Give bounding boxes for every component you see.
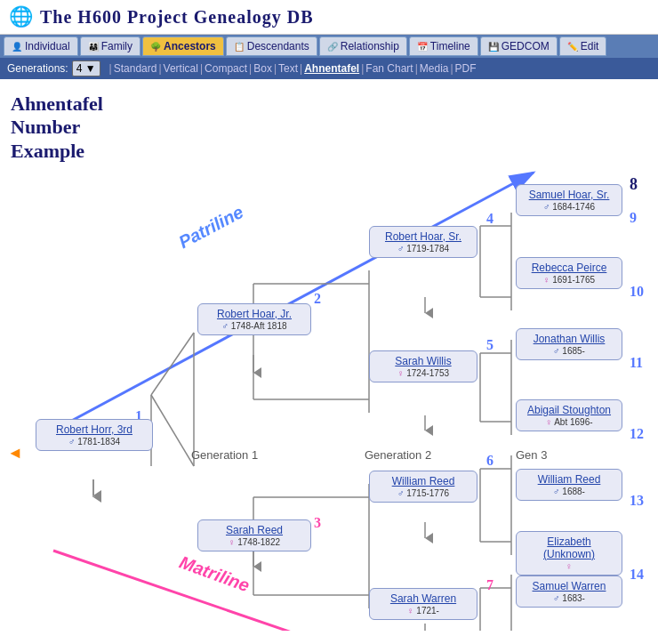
person-p3-dates: 1748-1822: [204, 537, 305, 547]
person-p2-dates: 1748-Aft 1818: [204, 321, 305, 331]
tab-descendants[interactable]: 📋 Descendants: [226, 36, 317, 56]
individual-icon: 👤: [12, 42, 22, 52]
num-11: 11: [630, 355, 643, 371]
person-p11-name: Abigail Stoughton: [522, 404, 616, 416]
person-p7-name: Sarah Warren: [375, 592, 471, 605]
person-p6-dates: 1715-1776: [375, 488, 471, 498]
svg-line-5: [151, 395, 194, 466]
svg-line-4: [151, 333, 194, 395]
timeline-icon: 📅: [417, 42, 428, 52]
num-14: 14: [630, 567, 644, 583]
num-6: 6: [486, 453, 494, 469]
tab-descendants-label: Descendants: [247, 40, 309, 52]
tab-individual[interactable]: 👤 Individual: [4, 36, 78, 56]
gen-label: Generations:: [7, 62, 68, 75]
subnav-text[interactable]: Text: [278, 62, 298, 75]
patriline-label: Patriline: [175, 202, 246, 253]
gen-label-2: Generation 2: [365, 448, 431, 462]
tab-ancestors-label: Ancestors: [164, 40, 216, 52]
subnav-pdf[interactable]: PDF: [455, 62, 477, 75]
person-p13[interactable]: Elizabeth (Unknown): [516, 531, 622, 576]
person-p14-name: Samuel Warren: [522, 580, 616, 592]
tab-relationship-label: Relationship: [341, 40, 399, 52]
subnav-vertical[interactable]: Vertical: [164, 62, 198, 75]
person-p13-name: Elizabeth (Unknown): [522, 535, 616, 560]
person-p10[interactable]: Jonathan Willis 1685-: [516, 328, 622, 360]
num-2: 2: [314, 291, 321, 307]
gen-value[interactable]: 4 ▼: [72, 60, 100, 76]
nav-tabs: 👤 Individual 👨‍👩‍👧 Family 🌳 Ancestors 📋 …: [0, 35, 658, 58]
tab-ancestors[interactable]: 🌳 Ancestors: [142, 36, 224, 56]
person-p3[interactable]: Sarah Reed 1748-1822: [197, 519, 311, 551]
subnav-media[interactable]: Media: [420, 62, 449, 75]
chart-title-line1: Ahnentafel: [11, 93, 103, 116]
person-p5[interactable]: Sarah Willis 1724-1753: [369, 350, 477, 382]
person-p1-dates: 1781-1834: [42, 437, 147, 447]
person-p6[interactable]: William Reed 1715-1776: [369, 471, 477, 503]
person-p14[interactable]: Samuel Warren 1683-: [516, 576, 622, 608]
header: 🌐 The H600 Project Genealogy DB: [0, 0, 658, 35]
person-p10-dates: 1685-: [522, 346, 616, 356]
person-p8[interactable]: Samuel Hoar, Sr. 1684-1746: [516, 184, 622, 216]
app-title: The H600 Project Genealogy DB: [40, 7, 313, 28]
tab-gedcom[interactable]: 💾 GEDCOM: [480, 36, 558, 56]
tab-edit[interactable]: ✏️ Edit: [559, 36, 607, 56]
person-p4-name: Robert Hoar, Sr.: [375, 230, 471, 243]
num-10: 10: [630, 284, 644, 300]
globe-icon: 🌐: [9, 5, 33, 28]
subnav-standard[interactable]: Standard: [114, 62, 157, 75]
sub-nav: Generations: 4 ▼ | Standard | Vertical |…: [0, 58, 658, 79]
tab-relationship[interactable]: 🔗 Relationship: [319, 36, 407, 56]
person-p3-name: Sarah Reed: [204, 524, 305, 536]
person-p6-name: William Reed: [375, 475, 471, 487]
edit-icon: ✏️: [567, 42, 578, 52]
person-p12-dates: 1688-: [522, 487, 616, 496]
tab-timeline[interactable]: 📅 Timeline: [409, 36, 478, 56]
num-3: 3: [314, 515, 321, 531]
chart-title-line2: Number: [11, 116, 103, 139]
subnav-fanchart[interactable]: Fan Chart: [365, 62, 413, 75]
tab-timeline-label: Timeline: [430, 40, 470, 52]
gedcom-icon: 💾: [488, 42, 499, 52]
chart-title: Ahnentafel Number Example: [11, 93, 103, 163]
person-p7[interactable]: Sarah Warren 1721-: [369, 588, 477, 620]
num-5: 5: [486, 337, 494, 353]
person-p2-name: Robert Hoar, Jr.: [204, 308, 305, 320]
descendants-icon: 📋: [234, 42, 245, 52]
person-p11-dates: Abt 1696-: [522, 417, 616, 427]
person-p9-dates: 1691-1765: [522, 275, 616, 285]
chart-title-line3: Example: [11, 140, 103, 163]
ancestors-icon: 🌳: [150, 42, 161, 52]
num-12: 12: [630, 426, 644, 442]
person-p2[interactable]: Robert Hoar, Jr. 1748-Aft 1818: [197, 303, 311, 335]
tab-family-label: Family: [101, 40, 132, 52]
person-p4[interactable]: Robert Hoar, Sr. 1719-1784: [369, 226, 477, 258]
person-p11[interactable]: Abigail Stoughton Abt 1696-: [516, 399, 622, 431]
person-p12[interactable]: William Reed 1688-: [516, 469, 622, 501]
left-arrow-icon: ◄: [7, 444, 23, 463]
person-p5-name: Sarah Willis: [375, 355, 471, 367]
tab-family[interactable]: 👨‍👩‍👧 Family: [80, 36, 140, 56]
gen-label-3: Gen 3: [516, 448, 547, 462]
person-p12-name: William Reed: [522, 473, 616, 486]
num-13: 13: [630, 493, 644, 509]
num-8: 8: [630, 175, 638, 194]
person-p4-dates: 1719-1784: [375, 244, 471, 254]
num-9: 9: [630, 210, 637, 226]
tab-individual-label: Individual: [25, 40, 70, 52]
svg-line-2: [53, 173, 534, 431]
gen-label-1: Generation 1: [191, 448, 258, 462]
chart-area: Ahnentafel Number Example Patriline Matr…: [0, 79, 658, 631]
tab-edit-label: Edit: [581, 40, 599, 52]
subnav-box[interactable]: Box: [253, 62, 272, 75]
subnav-ahnentafel[interactable]: Ahnentafel: [304, 62, 359, 75]
num-4: 4: [486, 211, 494, 227]
person-p8-dates: 1684-1746: [522, 202, 616, 212]
num-7: 7: [486, 577, 494, 593]
subnav-compact[interactable]: Compact: [205, 62, 247, 75]
family-icon: 👨‍👩‍👧: [88, 42, 99, 52]
person-p7-dates: 1721-: [375, 606, 471, 616]
person-p1[interactable]: Robert Horr, 3rd 1781-1834: [36, 419, 153, 451]
person-p14-dates: 1683-: [522, 593, 616, 603]
person-p9[interactable]: Rebecca Peirce 1691-1765: [516, 257, 622, 289]
